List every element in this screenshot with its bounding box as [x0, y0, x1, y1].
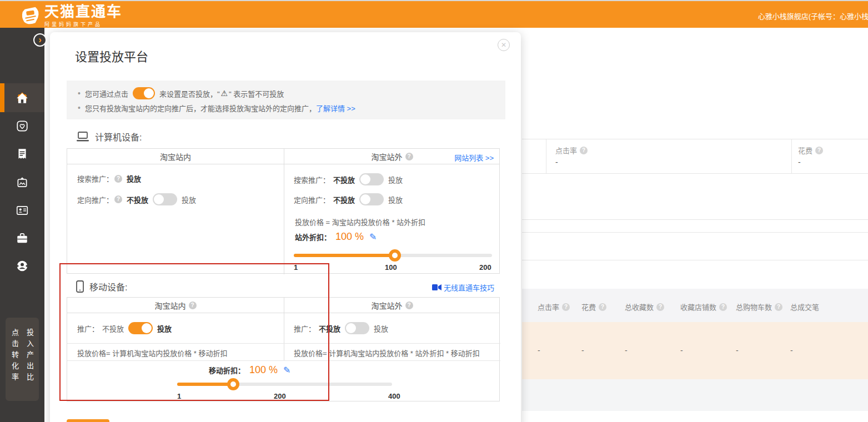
picture-frame-icon	[16, 176, 29, 189]
mobile-section-title: 移动设备:	[89, 280, 127, 293]
stat-cost-label: 花费 ?	[798, 145, 823, 155]
computer-section-title: 计算机设备:	[95, 130, 142, 143]
site-list-link[interactable]: 网站列表 >>	[454, 152, 494, 163]
mobile-section-header: 移动设备:	[76, 280, 127, 293]
bg-stat-top-border	[522, 139, 868, 139]
notice-line-1: • 您可通过点击 来设置是否投放，" ⚠ " 表示暂不可投放	[76, 86, 496, 101]
slider-thumb[interactable]	[389, 249, 401, 262]
computer-offsite-search-row: 搜索推广： 不投放 投放	[294, 173, 403, 185]
account-name: 心雅小栈旗舰店(子帐号：心雅小栈旗	[758, 11, 868, 21]
help-icon[interactable]: ?	[775, 303, 782, 311]
video-camera-icon	[432, 284, 441, 290]
slider-max-label: 200	[479, 263, 491, 272]
laptop-icon	[76, 132, 89, 142]
briefcase-icon	[16, 232, 29, 245]
heart-icon	[16, 119, 29, 133]
warning-icon: ⚠	[221, 89, 228, 98]
help-icon[interactable]: ?	[114, 195, 122, 203]
bg-cell: -	[581, 346, 584, 355]
edit-icon[interactable]: ✎	[369, 232, 377, 242]
computer-col-onsite: 淘宝站内	[67, 149, 284, 164]
bg-table-footer-row	[522, 379, 868, 411]
sidebar-item-report[interactable]	[0, 145, 44, 164]
roi-vertical-label: 投入产出比	[24, 329, 35, 401]
help-icon[interactable]: ?	[656, 303, 664, 311]
slider-max-label: 400	[388, 392, 400, 400]
edit-icon[interactable]: ✎	[283, 365, 290, 375]
slider-thumb[interactable]	[227, 378, 239, 390]
computer-price-formula: 投放价格 = 淘宝站内投放价格 * 站外折扣	[295, 217, 425, 227]
computer-offsite-search-toggle[interactable]	[359, 173, 384, 185]
mobile-offsite-formula: 投放价格= 计算机淘宝站内投放价格 * 站外折扣 * 移动折扣	[294, 348, 480, 358]
sidebar-item-toolbox[interactable]	[0, 229, 44, 248]
bg-col-ctr: 点击率?	[538, 302, 570, 312]
stat-ctr-value: -	[555, 158, 558, 167]
mobile-col-offsite: 淘宝站外 ?	[284, 298, 500, 313]
bg-cell: -	[680, 346, 683, 355]
sidebar-metrics-panel[interactable]: 点击转化率 投入产出比	[6, 318, 39, 401]
bg-col-favorites: 总收藏数?	[625, 302, 664, 312]
sidebar-item-audience[interactable]	[0, 257, 44, 275]
bg-divider-line	[522, 260, 868, 260]
slider-min-label: 1	[294, 263, 298, 272]
top-bar: 天猫直通车 阿里妈妈旗下产品 心雅小栈旗舰店(子帐号：心雅小栈旗	[0, 1, 868, 28]
mobile-table: 淘宝站内 ? 淘宝站外 ? 推广： 不投放 投放 推广： 不投放 投放 投放价格…	[67, 297, 500, 401]
mobile-onsite-promo-row: 推广： 不投放 投放	[77, 322, 172, 334]
computer-onsite-targeting-toggle[interactable]	[153, 193, 177, 205]
bg-cell: -	[790, 346, 793, 355]
help-icon[interactable]: ?	[599, 303, 606, 311]
bg-col-deals: 总成交笔	[790, 302, 819, 312]
home-icon	[16, 92, 29, 105]
sidebar-expand-icon[interactable]: ›	[33, 33, 47, 47]
audience-icon	[16, 259, 29, 273]
help-icon[interactable]: ?	[405, 302, 413, 309]
id-card-icon	[16, 204, 29, 217]
computer-offsite-targeting-toggle[interactable]	[359, 193, 384, 205]
confirm-button[interactable]	[67, 419, 109, 422]
mobile-onsite-promo-toggle[interactable]	[128, 322, 153, 334]
notice-box: • 您可通过点击 来设置是否投放，" ⚠ " 表示暂不可投放 • 您只有投放淘宝…	[67, 81, 505, 119]
example-toggle[interactable]	[133, 87, 155, 99]
help-icon[interactable]: ?	[114, 175, 122, 183]
tmall-express-train-icon	[20, 6, 41, 27]
help-icon[interactable]: ?	[405, 153, 413, 160]
sidebar-item-favorites[interactable]	[0, 117, 44, 135]
bg-cell: -	[538, 346, 540, 355]
slider-min-label: 1	[177, 392, 181, 400]
logo-subtitle: 阿里妈妈旗下产品	[44, 21, 122, 28]
help-icon[interactable]: ?	[719, 303, 727, 311]
stat-ctr-text: 点击率	[555, 145, 577, 155]
app-logo[interactable]: 天猫直通车 阿里妈妈旗下产品	[20, 4, 164, 28]
computer-table: 淘宝站内 淘宝站外 ? 网站列表 >> 搜索推广： ? 投放 定向推广： ? 不…	[67, 148, 500, 274]
close-icon[interactable]: ✕	[498, 39, 510, 51]
bg-divider-line	[522, 219, 868, 220]
bg-stat-bottom-border	[522, 173, 868, 174]
slider-mid-label: 100	[385, 263, 397, 272]
computer-section-header: 计算机设备:	[76, 130, 142, 143]
computer-onsite-search-row: 搜索推广： ? 投放	[77, 173, 141, 184]
sidebar-item-home[interactable]	[0, 89, 44, 108]
ctr-vertical-label: 点击转化率	[9, 329, 20, 401]
bg-col-carts: 总购物车数?	[736, 302, 782, 312]
help-icon[interactable]: ?	[580, 147, 588, 154]
set-platform-dialog: ✕ 设置投放平台 • 您可通过点击 来设置是否投放，" ⚠ " 表示暂不可投放 …	[50, 32, 521, 422]
help-icon[interactable]: ?	[815, 147, 823, 154]
sidebar-item-creative[interactable]	[0, 173, 44, 192]
help-icon[interactable]: ?	[189, 302, 197, 309]
learn-more-link[interactable]: 了解详情 >>	[316, 103, 355, 113]
stat-ctr-label: 点击率 ?	[555, 145, 588, 155]
wireless-tips-link[interactable]: 无线直通车技巧	[432, 282, 494, 293]
offsite-discount-slider[interactable]	[294, 254, 492, 257]
dialog-title: 设置投放平台	[75, 47, 148, 64]
mobile-offsite-promo-toggle[interactable]	[345, 322, 369, 334]
bg-table-data-row	[522, 322, 868, 379]
logo-title: 天猫直通车	[44, 4, 122, 19]
sidebar-item-account-card[interactable]	[0, 201, 44, 220]
mobile-col-onsite: 淘宝站内 ?	[67, 298, 284, 313]
help-icon[interactable]: ?	[562, 303, 570, 311]
mobile-discount-slider[interactable]	[177, 383, 392, 386]
sidebar: › 点击转化率 投入产出比	[0, 28, 44, 422]
stat-cost-value: -	[798, 158, 801, 167]
notice-line-2: • 您只有投放淘宝站内的定向推广后，才能选择投放淘宝站外的定向推广， 了解详情 …	[76, 101, 496, 115]
bg-col-cost: 花费?	[581, 302, 606, 312]
